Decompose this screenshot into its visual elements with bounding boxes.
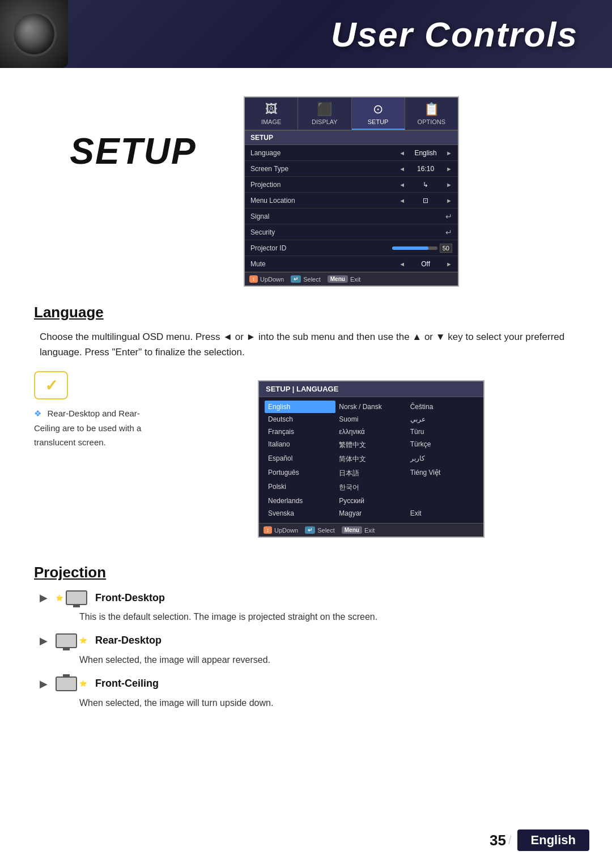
language-heading: Language xyxy=(34,304,578,321)
lang-viet[interactable]: Tiéng Việt xyxy=(407,466,478,480)
language-value: English xyxy=(409,149,443,157)
projection-arrow-left[interactable]: ◄ xyxy=(399,181,405,188)
mute-label: Mute xyxy=(250,260,399,268)
lang-trad-chinese[interactable]: 繁體中文 xyxy=(335,438,406,452)
note-text: Rear-Desktop and Rear-Ceiling are to be … xyxy=(34,409,141,447)
front-desktop-item: ▶ ⭐ Front-Desktop xyxy=(40,590,578,605)
lang-empty2 xyxy=(407,495,478,507)
security-label: Security xyxy=(250,228,445,236)
lang-magyar[interactable]: Magyar xyxy=(335,507,406,520)
projection-arrow-right[interactable]: ► xyxy=(446,181,452,188)
lang-russian[interactable]: Русский xyxy=(335,495,406,507)
osd-row-security[interactable]: Security ↵ xyxy=(245,224,458,240)
options-tab-icon: 📋 xyxy=(424,102,439,117)
slider-value: 50 xyxy=(440,244,452,253)
lang-cestina[interactable]: Čeština xyxy=(407,401,478,413)
front-desktop-proj-symbol: ⭐ xyxy=(56,594,63,602)
lang-deutsch[interactable]: Deutsch xyxy=(265,413,335,426)
front-desktop-arrow: ▶ xyxy=(40,592,48,604)
projector-id-label: Projector ID xyxy=(250,244,392,252)
osd-row-projection[interactable]: Projection ◄ ↳ ► xyxy=(245,177,458,193)
osd-row-screen-type[interactable]: Screen Type ◄ 16:10 ► xyxy=(245,161,458,177)
lang-norsk[interactable]: Norsk / Dansk xyxy=(335,401,406,413)
language-arrow-left[interactable]: ◄ xyxy=(399,150,405,156)
lang-footer-exit: Menu Exit xyxy=(342,526,375,534)
osd-row-language[interactable]: Language ◄ English ► xyxy=(245,145,458,161)
page-footer: 35 / English xyxy=(490,829,589,851)
lang-select-label: Select xyxy=(317,527,335,534)
front-ceiling-label: Front-Ceiling xyxy=(95,678,159,690)
screen-type-arrow-left[interactable]: ◄ xyxy=(399,165,405,172)
lang-turkce[interactable]: Türkçe xyxy=(407,438,478,452)
menu-location-value: ⊡ xyxy=(409,197,443,205)
menu-location-arrow-left[interactable]: ◄ xyxy=(399,197,405,204)
lang-korean[interactable]: 한국어 xyxy=(335,480,406,495)
lang-suomi[interactable]: Suomi xyxy=(335,413,406,426)
language-footer: ↕ UpDown ↵ Select Menu Exit xyxy=(259,523,483,537)
lang-portugues[interactable]: Português xyxy=(265,466,335,480)
select-label: Select xyxy=(303,276,321,283)
lang-espanol[interactable]: Español xyxy=(265,452,335,466)
mute-arrow-right[interactable]: ► xyxy=(446,261,452,267)
osd-tab-image[interactable]: 🖼 IMAGE xyxy=(245,97,298,130)
lang-exit-label: Exit xyxy=(364,527,375,534)
image-tab-label: IMAGE xyxy=(261,118,281,125)
lang-polski[interactable]: Polski xyxy=(265,480,335,495)
select-btn: ↵ xyxy=(291,275,301,283)
lang-select-btn: ↵ xyxy=(305,526,315,534)
menu-location-arrow-right[interactable]: ► xyxy=(446,197,452,204)
language-menu-header: SETUP | LANGUAGE xyxy=(259,381,483,397)
osd-tabs: 🖼 IMAGE ⬛ DISPLAY ⊙ SETUP 📋 OPTIONS xyxy=(245,97,458,131)
osd-row-projector-id[interactable]: Projector ID 50 xyxy=(245,240,458,256)
lang-updown-label: UpDown xyxy=(274,527,298,534)
menu-location-label: Menu Location xyxy=(250,197,399,205)
note-box: ✓ xyxy=(34,371,68,399)
osd-row-menu-location[interactable]: Menu Location ◄ ⊡ ► xyxy=(245,193,458,209)
lang-francais[interactable]: Français xyxy=(265,426,335,438)
osd-tab-options[interactable]: 📋 OPTIONS xyxy=(405,97,458,130)
lang-svenska[interactable]: Svenska xyxy=(265,507,335,520)
mute-arrow-left[interactable]: ◄ xyxy=(399,261,405,267)
osd-row-signal[interactable]: Signal ↵ xyxy=(245,209,458,224)
osd-section-header: SETUP xyxy=(245,131,458,145)
lang-exit[interactable]: Exit xyxy=(407,507,478,520)
lang-arabic[interactable]: عربي xyxy=(407,413,478,426)
lang-turu[interactable]: Türu xyxy=(407,426,478,438)
display-tab-label: DISPLAY xyxy=(312,118,338,125)
screen-type-arrow-right[interactable]: ► xyxy=(446,165,452,172)
lang-empty1 xyxy=(407,480,478,495)
setup-tab-label: SETUP xyxy=(368,118,389,125)
language-arrow-right[interactable]: ► xyxy=(446,150,452,156)
page-title: User Controls xyxy=(331,14,578,54)
language-menu: SETUP | LANGUAGE English Norsk / Dansk Č… xyxy=(258,380,484,538)
language-label: Language xyxy=(250,149,399,157)
rear-desktop-monitor xyxy=(56,633,77,648)
lang-italiano[interactable]: Italiano xyxy=(265,438,335,452)
footer-select: ↵ Select xyxy=(291,275,321,283)
lang-nederlands[interactable]: Nederlands xyxy=(265,495,335,507)
lang-persian[interactable]: کاربر xyxy=(407,452,478,466)
rear-desktop-item: ▶ ⭐ Rear-Desktop xyxy=(40,633,578,648)
lang-english[interactable]: English xyxy=(265,401,335,413)
rear-desktop-label: Rear-Desktop xyxy=(95,635,162,646)
screen-type-value: 16:10 xyxy=(409,165,443,173)
setup-section: SETUP 🖼 IMAGE ⬛ DISPLAY ⊙ SETUP 📋 xyxy=(34,96,578,287)
osd-tab-setup[interactable]: ⊙ SETUP xyxy=(352,97,405,130)
note-text-block: ❖ Rear-Desktop and Rear-Ceiling are to b… xyxy=(34,406,147,450)
osd-row-mute[interactable]: Mute ◄ Off ► xyxy=(245,256,458,272)
lang-simp-chinese[interactable]: 简体中文 xyxy=(335,452,406,466)
projection-value: ↳ xyxy=(409,181,443,189)
main-content: SETUP 🖼 IMAGE ⬛ DISPLAY ⊙ SETUP 📋 xyxy=(0,68,612,744)
setup-title-column: SETUP xyxy=(34,96,232,172)
updown-btn: ↕ xyxy=(249,275,258,283)
lang-japanese[interactable]: 日本語 xyxy=(335,466,406,480)
language-description: Choose the multilingual OSD menu. Press … xyxy=(40,329,578,360)
projector-id-slider[interactable]: 50 xyxy=(392,244,452,253)
lang-exit-btn: Menu xyxy=(342,526,362,534)
signal-enter[interactable]: ↵ xyxy=(445,212,452,221)
lang-greek[interactable]: ελληνικά xyxy=(335,426,406,438)
security-enter[interactable]: ↵ xyxy=(445,228,452,237)
screen-type-label: Screen Type xyxy=(250,165,399,173)
osd-tab-display[interactable]: ⬛ DISPLAY xyxy=(298,97,351,130)
footer-updown: ↕ UpDown xyxy=(249,275,284,283)
